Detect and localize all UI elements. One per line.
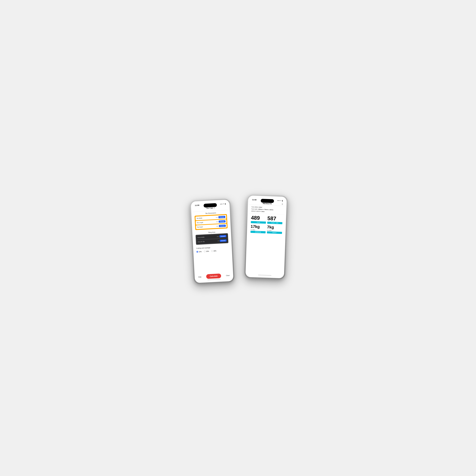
tile-area-value: 5.5m² bbox=[259, 206, 262, 208]
status-icons-1: ∿ ▐ bbox=[220, 203, 225, 205]
area-to-tile-row: Area To Tile m² Convert bbox=[197, 238, 227, 244]
result-card-tiles: 489 TILES bbox=[251, 215, 266, 224]
dynamic-island-2 bbox=[261, 199, 274, 203]
wastage-10-label: 10% bbox=[199, 251, 202, 253]
wastage-30-radio[interactable] bbox=[211, 250, 213, 252]
area-to-tile-unit: m² bbox=[218, 240, 219, 242]
status-icons-2: ∿ ▐ bbox=[277, 200, 283, 202]
grout-badge: GROUT bbox=[267, 231, 282, 234]
tile-width-convert-button[interactable]: Convert bbox=[219, 216, 225, 218]
tile-length-unit: mm bbox=[216, 221, 218, 222]
tile-depth-convert-button[interactable]: Convert bbox=[219, 224, 226, 227]
tile-dimensions-box: Tile Width mm Convert Tile Length mm Con… bbox=[195, 214, 228, 230]
adhesive-badge: ADHESIVE bbox=[251, 231, 266, 233]
wastage-30-option[interactable]: 30% bbox=[211, 250, 216, 252]
wastage-20-label: 20% bbox=[206, 250, 209, 252]
wastage-10-option[interactable]: 10% bbox=[196, 251, 202, 253]
signal-icon-1 bbox=[220, 204, 222, 204]
phone-2: 11:59 ∿ ▐ RESULTS X bbox=[244, 194, 288, 279]
tiles-plus-number: 587 bbox=[267, 216, 283, 221]
tiles-number: 489 bbox=[251, 215, 266, 221]
tiling-area-box: Grout Width mm Convert Area To Tile m² C… bbox=[196, 233, 228, 245]
tile-depth-unit: mm bbox=[216, 225, 218, 227]
time-1: 11:59 bbox=[195, 204, 199, 206]
battery-icon-1: ▐ bbox=[224, 203, 225, 204]
help-button[interactable]: Help bbox=[198, 276, 202, 278]
tile-width-label: Tile Width bbox=[196, 217, 203, 219]
home-indicator-2 bbox=[258, 275, 272, 276]
adhesive-sub: 37.48lbs bbox=[251, 229, 266, 231]
tile-depth-row: Tile Depth mm Convert bbox=[196, 224, 227, 229]
grout-sub: 15.43lbs bbox=[267, 230, 282, 232]
tile-length-convert-button[interactable]: Convert bbox=[219, 220, 226, 223]
calculate-button[interactable]: Calculate bbox=[206, 273, 221, 279]
battery-icon-2: ▐ bbox=[282, 200, 283, 201]
grout-width-convert-button[interactable]: Convert bbox=[220, 235, 226, 238]
results-info: TILE AREA: 5.5m² TILE SIZE: 150mm x 75mm… bbox=[249, 205, 285, 214]
wastage-10-radio[interactable] bbox=[196, 251, 198, 253]
tiles-plus-badge: TILES + 20% bbox=[267, 221, 282, 224]
result-card-adhesive: 17kg 37.48lbs ADHESIVE bbox=[251, 224, 266, 233]
wifi-icon-1: ∿ bbox=[223, 203, 224, 204]
clear-button[interactable]: Clear bbox=[226, 274, 230, 276]
adhesive-number: 17kg bbox=[251, 224, 266, 229]
grout-width-unit: mm bbox=[217, 236, 219, 237]
bottom-bar: Help Calculate Clear bbox=[196, 272, 232, 282]
tile-area-label: TILE AREA: bbox=[251, 206, 258, 208]
wifi-icon-2: ∿ bbox=[280, 200, 281, 201]
dynamic-island-1 bbox=[204, 203, 217, 207]
wastage-20-option[interactable]: 20% bbox=[204, 250, 209, 252]
cutting-wastage-section: Cutting and wastage 10% 20% 30% bbox=[194, 244, 231, 255]
wastage-20-radio[interactable] bbox=[204, 251, 206, 252]
grout-width-value: 3mm bbox=[261, 211, 264, 212]
time-2: 11:59 bbox=[252, 199, 256, 201]
tile-depth-label: Tile Depth bbox=[197, 226, 204, 228]
result-card-grout: 7kg 15.43lbs GROUT bbox=[267, 225, 282, 234]
grout-width-label: GROUT WIDTH: bbox=[251, 210, 261, 212]
tile-width-unit: mm bbox=[216, 217, 218, 218]
results-grid: 489 TILES 587 TILES + 20% 17kg 37.48lbs … bbox=[248, 213, 285, 234]
grout-width-label: Grout Width bbox=[197, 237, 204, 238]
signal-icon-2 bbox=[277, 200, 280, 201]
grout-number: 7kg bbox=[267, 225, 282, 230]
tile-length-label: Tile Length bbox=[197, 222, 204, 223]
result-card-tiles-plus: 587 TILES + 20% bbox=[267, 216, 283, 224]
wastage-30-label: 30% bbox=[213, 250, 216, 252]
tile-size-label: TILE SIZE: bbox=[251, 208, 258, 210]
tiles-badge: TILES bbox=[251, 221, 266, 224]
area-to-tile-label: Area To Tile bbox=[198, 241, 205, 243]
area-to-tile-convert-button[interactable]: Convert bbox=[220, 239, 227, 242]
phone-1: 11:59 ∿ ▐ Tile Calc + Tile Dimensions bbox=[189, 198, 235, 284]
close-button[interactable]: X bbox=[282, 203, 283, 205]
tile-size-value: 150mm x 75mm x 10mm bbox=[258, 209, 273, 211]
